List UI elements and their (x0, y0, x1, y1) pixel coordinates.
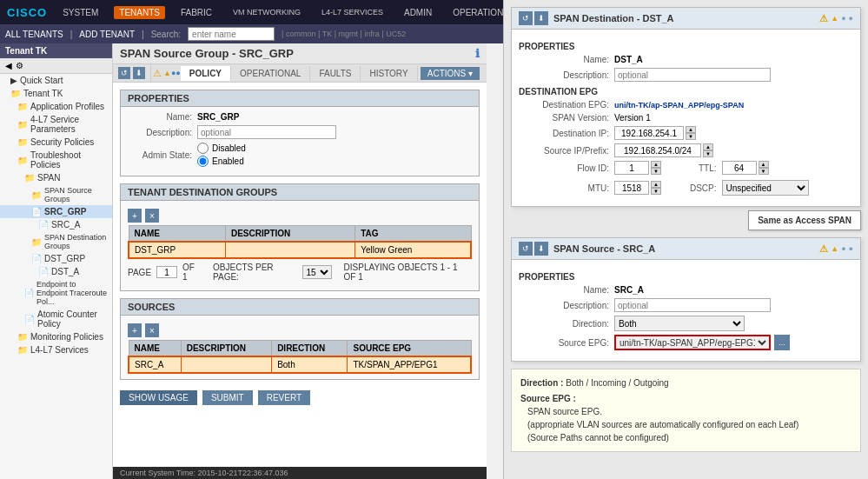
flow-id-down[interactable]: ▼ (651, 168, 661, 175)
direction-select[interactable]: Both Incoming Outgoing (614, 316, 745, 331)
all-tenants-link[interactable]: ALL TENANTS (5, 30, 63, 39)
sources-panel: SOURCES + × NAME DESCRIPTION DIRECTION S… (120, 298, 480, 380)
ttl-down[interactable]: ▼ (759, 168, 769, 175)
page-number-input[interactable] (156, 266, 177, 278)
sidebar-item-span-dst-groups[interactable]: 📁 SPAN Destination Groups (0, 231, 112, 252)
src-row-desc (181, 356, 271, 373)
nav-vm-networking[interactable]: VM NETWORKING (228, 6, 306, 18)
dest-remove-btn[interactable]: × (145, 209, 159, 223)
sidebar-item-src-a[interactable]: 📄 SRC_A (0, 218, 112, 231)
dest-ip-input[interactable] (614, 126, 684, 140)
sidebar-item-atomic[interactable]: 📄 Atomic Counter Policy (0, 308, 112, 330)
nav-fabric[interactable]: FABRIC (176, 6, 217, 19)
tab-policy[interactable]: POLICY (181, 66, 231, 81)
tenant-folder-icon: 📁 (10, 89, 21, 98)
dst-card-header: ↺ ⬇ SPAN Destination - DST_A ⚠ ▲ ● ● (512, 8, 860, 30)
src-ip-down[interactable]: ▼ (703, 150, 713, 157)
src-ip-up[interactable]: ▲ (703, 143, 713, 150)
sidebar-item-monitoring[interactable]: 📁 Monitoring Policies (0, 330, 112, 343)
sidebar-item-dst-a[interactable]: 📄 DST_A (0, 265, 112, 278)
nav-system[interactable]: SYSTEM (57, 6, 103, 19)
flow-id-up[interactable]: ▲ (651, 161, 661, 168)
src-refresh-btn[interactable]: ↺ (519, 242, 533, 256)
dst-info2: ● (849, 14, 853, 23)
dest-add-btn[interactable]: + (128, 209, 142, 223)
src-remove-btn[interactable]: × (145, 323, 159, 337)
dest-ip-up[interactable]: ▲ (686, 126, 696, 133)
sidebar-item-span[interactable]: 📁 SPAN (0, 171, 112, 184)
tab-faults[interactable]: FAULTS (310, 66, 361, 81)
per-page-select[interactable]: 15 25 50 (302, 265, 332, 279)
src-save-btn[interactable]: ⬇ (534, 242, 548, 256)
add-tenant-link[interactable]: ADD TENANT (79, 30, 135, 39)
name-value: SRC_GRP (197, 112, 239, 122)
table-row[interactable]: SRC_A Both TK/SPAN_APP/EPG1 (129, 356, 471, 373)
sidebar-collapse-icon[interactable]: ◀ (5, 61, 12, 70)
revert-btn[interactable]: REVERT (258, 390, 310, 405)
tab-operational[interactable]: OPERATIONAL (231, 66, 310, 81)
sidebar-item-tenant[interactable]: 📁 Tenant TK (0, 87, 112, 100)
description-input[interactable] (197, 125, 336, 139)
dest-groups-title: TENANT DESTINATION GROUPS (121, 184, 479, 201)
toolbar-save-btn[interactable]: ⬇ (133, 67, 145, 79)
sidebar-item-l4l7services[interactable]: 📁 L4-L7 Services (0, 343, 112, 356)
sidebar-item-traceroute[interactable]: 📄 Endpoint to Endpoint Traceroute Pol... (0, 278, 112, 308)
admin-enabled-radio[interactable]: Enabled (197, 156, 246, 167)
dst-refresh-btn[interactable]: ↺ (519, 11, 533, 25)
nav-admin[interactable]: ADMIN (399, 6, 437, 19)
toolbar-refresh-btn[interactable]: ↺ (118, 67, 130, 79)
src-col-direction: DIRECTION (272, 341, 348, 357)
sidebar-item-security[interactable]: 📁 Security Policies (0, 136, 112, 149)
nav-tenants[interactable]: TENANTS (114, 6, 165, 19)
dst-epg-value: uni/tn-TK/ap-SPAN_APP/epg-SPAN (614, 101, 744, 110)
dscp-select[interactable]: Unspecified (722, 180, 809, 196)
ttl-input[interactable] (722, 161, 757, 175)
src-a-icon: 📄 (38, 220, 49, 230)
dst-save-btn[interactable]: ⬇ (534, 11, 548, 25)
mtu-up[interactable]: ▲ (651, 181, 661, 188)
table-row[interactable]: DST_GRP Yellow Green (129, 242, 471, 258)
sidebar-item-troubleshoot[interactable]: 📁 Troubleshoot Policies (0, 149, 112, 171)
src-col-name: NAME (129, 341, 181, 357)
callout-text: Same as Access SPAN (758, 216, 851, 225)
objects-per-page-label: OBJECTS PER PAGE: (213, 263, 296, 282)
page-title-bar: SPAN Source Group - SRC_GRP ℹ (113, 43, 487, 64)
search-label: Search: (151, 30, 181, 39)
src-card: ↺ ⬇ SPAN Source - SRC_A ⚠ ▲ ● ● PROPERTI… (511, 237, 861, 362)
source-epg-select[interactable]: uni/tn-TK/ap-SPAN_APP/epg-EPG1 (614, 335, 771, 350)
sidebar-item-appprofiles[interactable]: 📁 Application Profiles (0, 100, 112, 113)
src-ip-input[interactable] (614, 143, 701, 157)
sidebar: Tenant TK ◀ ⚙ ▶ Quick Start 📁 Tenant TK … (0, 43, 113, 479)
src-add-btn[interactable]: + (128, 323, 142, 337)
source-epg-browse-btn[interactable]: ... (774, 335, 790, 350)
col-desc: DESCRIPTION (225, 226, 354, 243)
atomic-icon: 📄 (24, 315, 35, 324)
status-text: Current System Time: 2015-10-21T22:36:47… (120, 469, 288, 477)
admin-disabled-radio[interactable]: Disabled (197, 143, 246, 154)
mtu-down[interactable]: ▼ (651, 188, 661, 195)
dest-ip-down[interactable]: ▼ (686, 133, 696, 140)
dst-card-title: SPAN Destination - DST_A (553, 13, 674, 23)
actions-button[interactable]: ACTIONS ▾ (421, 67, 480, 80)
search-input[interactable] (188, 27, 275, 41)
nav-l4l7[interactable]: L4-L7 SERVICES (316, 6, 388, 18)
flow-id-input[interactable] (614, 161, 649, 175)
sidebar-item-span-source-groups[interactable]: 📁 SPAN Source Groups (0, 184, 112, 205)
sidebar-item-quickstart[interactable]: ▶ Quick Start (0, 74, 112, 87)
mtu-input[interactable] (614, 181, 649, 195)
l4l7services-icon: 📁 (17, 345, 28, 355)
show-usage-btn[interactable]: SHOW USAGE (120, 390, 197, 405)
submit-btn[interactable]: SUBMIT (202, 390, 253, 405)
sidebar-item-dst-grp[interactable]: 📄 DST_GRP (0, 252, 112, 265)
span-version-value: Version 1 (614, 113, 651, 123)
src-card-header: ↺ ⬇ SPAN Source - SRC_A ⚠ ▲ ● ● (512, 238, 860, 260)
tab-history[interactable]: HISTORY (361, 66, 417, 81)
sidebar-item-src-grp[interactable]: 📄 SRC_GRP (0, 205, 112, 218)
src-row-name: SRC_A (129, 356, 181, 373)
sidebar-item-l4l7params[interactable]: 📁 4-L7 Service Parameters (0, 113, 112, 136)
ttl-up[interactable]: ▲ (759, 161, 769, 168)
dst-desc-input[interactable] (614, 68, 771, 82)
src-desc-input[interactable] (614, 298, 771, 312)
description-label: Description: (128, 128, 197, 137)
sidebar-expand-icon[interactable]: ⚙ (16, 61, 23, 70)
